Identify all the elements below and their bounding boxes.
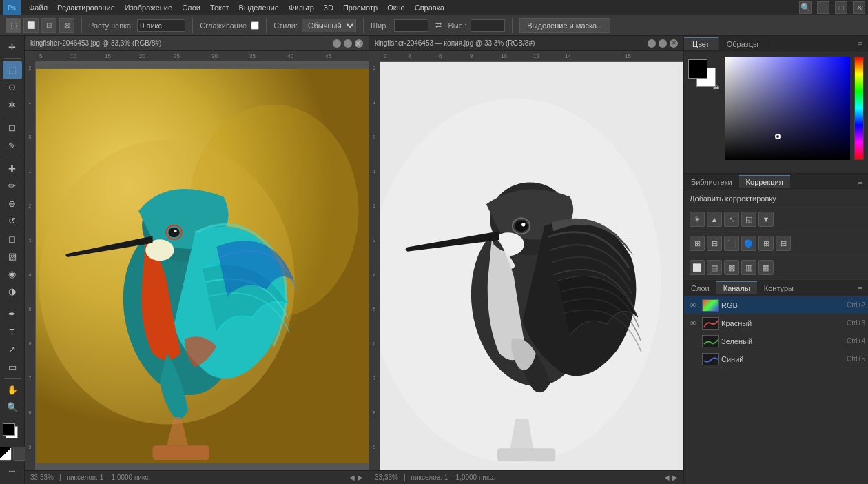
tab-channels[interactable]: Каналы (716, 281, 757, 294)
text-tool[interactable]: T (3, 323, 22, 340)
eraser-tool[interactable]: ◻ (3, 230, 22, 247)
toolbar-btn-3[interactable]: ⊡ (41, 18, 56, 33)
channel-mixer-icon[interactable]: ⊞ (758, 236, 774, 251)
next-arrow-right[interactable]: ▶ (672, 474, 678, 481)
swap-dimensions-icon[interactable]: ⇄ (433, 20, 444, 31)
swap-colors-icon[interactable]: ⇄ (713, 84, 720, 91)
prev-arrow-left[interactable]: ◀ (349, 474, 355, 481)
black-white-icon[interactable]: ⬛ (724, 236, 739, 251)
tab-layers[interactable]: Слои (684, 282, 716, 294)
width-input[interactable] (394, 19, 428, 32)
pen-tool[interactable]: ✒ (3, 306, 22, 323)
doc-minimize-left[interactable] (333, 39, 341, 48)
feather-input[interactable] (137, 19, 185, 32)
correction-panel-menu[interactable]: ≡ (853, 178, 868, 186)
hue-slider[interactable] (854, 57, 864, 160)
tab-color[interactable]: Цвет (684, 37, 719, 50)
menu-image[interactable]: Изображение (121, 2, 176, 13)
menu-layers[interactable]: Слои (178, 2, 205, 13)
path-select-tool[interactable]: ↗ (3, 341, 22, 358)
eyedropper-tool[interactable]: ✎ (3, 137, 22, 154)
lasso-tool[interactable]: ⊙ (3, 79, 22, 96)
hand-tool[interactable]: ✋ (3, 381, 22, 398)
tab-libraries[interactable]: Библиотеки (684, 176, 739, 188)
more-tools-btn[interactable]: ••• (3, 462, 22, 481)
layers-panel-menu[interactable]: ≡ (853, 284, 868, 292)
close-icon[interactable]: ✕ (853, 1, 865, 14)
hsl-icon[interactable]: ⊞ (690, 236, 705, 251)
gradient-map-icon[interactable]: ▥ (741, 260, 756, 275)
marquee-tool[interactable]: ⬚ (3, 61, 22, 78)
toolbar-btn-2[interactable]: ⬜ (23, 18, 39, 33)
image-canvas-right[interactable] (369, 62, 683, 470)
doc-minimize-right[interactable] (648, 39, 656, 48)
threshold-icon[interactable]: ▩ (724, 260, 739, 275)
menu-help[interactable]: Справка (411, 2, 448, 13)
exposure-icon[interactable]: ◱ (741, 212, 756, 227)
color-panel-menu[interactable]: ≡ (852, 39, 868, 49)
toolbar-btn-1[interactable]: ⬚ (6, 18, 21, 33)
channel-visibility-blue[interactable] (687, 353, 699, 365)
toolbar-btn-4[interactable]: ⊠ (59, 18, 74, 33)
fg-color-swatch[interactable] (3, 423, 15, 436)
color-panel-tabs: Цвет Образцы ≡ (684, 36, 868, 52)
channel-row-rgb[interactable]: 👁 RGB Ctrl+2 (684, 296, 868, 314)
image-canvas-left[interactable] (25, 62, 369, 470)
channel-row-green[interactable]: Зеленый Ctrl+4 (684, 332, 868, 350)
zoom-tool[interactable]: 🔍 (3, 399, 22, 416)
tab-paths[interactable]: Контуры (757, 282, 800, 294)
brush-tool[interactable]: ✏ (3, 178, 22, 194)
photo-filter-icon[interactable]: 🔵 (741, 236, 756, 251)
selective-color-icon[interactable]: ▦ (758, 260, 774, 275)
next-arrow-left[interactable]: ▶ (358, 474, 363, 481)
channel-row-red[interactable]: 👁 Красный Ctrl+3 (684, 314, 868, 332)
brightness-contrast-icon[interactable]: ☀ (690, 212, 705, 227)
channel-visibility-rgb[interactable]: 👁 (687, 299, 699, 312)
color-gradient-area[interactable] (725, 57, 850, 160)
minimize-icon[interactable]: ─ (817, 1, 829, 14)
smooth-checkbox[interactable] (251, 21, 259, 30)
height-input[interactable] (471, 19, 505, 32)
gradient-tool[interactable]: ▨ (3, 248, 22, 264)
doc-close-right[interactable]: ✕ (670, 39, 678, 48)
tab-swatches[interactable]: Образцы (719, 38, 767, 50)
doc-close-left[interactable]: ✕ (355, 39, 363, 48)
channel-visibility-green[interactable] (687, 335, 699, 347)
healing-tool[interactable]: ✚ (3, 160, 22, 177)
search-icon[interactable]: 🔍 (799, 1, 812, 14)
menu-filter[interactable]: Фильтр (285, 2, 318, 13)
menu-window[interactable]: Окно (383, 2, 409, 13)
curves-icon[interactable]: ∿ (724, 212, 739, 227)
lookup-table-icon[interactable]: ⊟ (776, 236, 791, 251)
channel-row-blue[interactable]: Синий Ctrl+5 (684, 350, 868, 368)
fg-color-btn[interactable] (688, 59, 707, 79)
doc-maximize-right[interactable] (659, 39, 667, 48)
selection-mask-button[interactable]: Выделение и маска... (519, 18, 610, 33)
channel-visibility-red[interactable]: 👁 (687, 317, 699, 330)
levels-icon[interactable]: ▲ (707, 212, 722, 227)
maximize-icon[interactable]: □ (835, 1, 847, 14)
menu-3d[interactable]: 3D (320, 2, 338, 13)
menu-file[interactable]: Файл (25, 2, 52, 13)
quick-mask-btn[interactable] (0, 447, 12, 461)
invert-icon[interactable]: ⬜ (690, 260, 705, 275)
menu-select[interactable]: Выделение (235, 2, 283, 13)
dodge-tool[interactable]: ◑ (3, 283, 22, 299)
move-tool[interactable]: ✛ (3, 39, 22, 55)
prev-arrow-right[interactable]: ◀ (664, 474, 670, 481)
magic-wand-tool[interactable]: ✲ (3, 97, 22, 113)
style-select[interactable]: Обычный (302, 19, 356, 32)
menu-edit[interactable]: Редактирование (53, 2, 119, 13)
crop-tool[interactable]: ⊡ (3, 120, 22, 137)
menu-view[interactable]: Просмотр (339, 2, 382, 13)
color-balance-icon[interactable]: ⊟ (707, 236, 722, 251)
posterize-icon[interactable]: ▤ (707, 260, 722, 275)
menu-text[interactable]: Текст (206, 2, 234, 13)
blur-tool[interactable]: ◉ (3, 265, 22, 282)
tab-correction[interactable]: Коррекция (739, 175, 790, 188)
shape-tool[interactable]: ▭ (3, 359, 22, 375)
vibrance-icon[interactable]: ▼ (758, 212, 774, 227)
stamp-tool[interactable]: ⊕ (3, 195, 22, 212)
history-tool[interactable]: ↺ (3, 213, 22, 230)
doc-maximize-left[interactable] (344, 39, 352, 48)
